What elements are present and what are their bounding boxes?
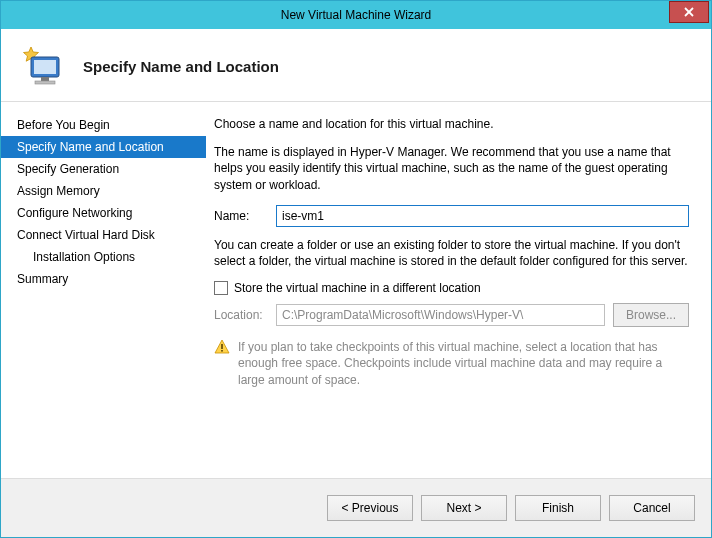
step-before-you-begin[interactable]: Before You Begin xyxy=(1,114,206,136)
next-button[interactable]: Next > xyxy=(421,495,507,521)
svg-rect-6 xyxy=(35,81,55,84)
body: Before You Begin Specify Name and Locati… xyxy=(1,101,711,479)
titlebar: New Virtual Machine Wizard xyxy=(1,1,711,29)
cancel-button[interactable]: Cancel xyxy=(609,495,695,521)
intro-text: Choose a name and location for this virt… xyxy=(214,116,689,132)
name-label: Name: xyxy=(214,209,268,223)
browse-button: Browse... xyxy=(613,303,689,327)
name-help-text: The name is displayed in Hyper-V Manager… xyxy=(214,144,689,193)
step-connect-vhd[interactable]: Connect Virtual Hard Disk xyxy=(1,224,206,246)
main-panel: Choose a name and location for this virt… xyxy=(206,102,711,478)
folder-help-text: You can create a folder or use an existi… xyxy=(214,237,689,269)
close-button[interactable] xyxy=(669,1,709,23)
store-location-checkbox[interactable] xyxy=(214,281,228,295)
step-configure-networking[interactable]: Configure Networking xyxy=(1,202,206,224)
step-specify-generation[interactable]: Specify Generation xyxy=(1,158,206,180)
svg-rect-5 xyxy=(41,77,49,81)
page-title: Specify Name and Location xyxy=(83,58,279,75)
step-summary[interactable]: Summary xyxy=(1,268,206,290)
window-controls xyxy=(669,1,711,23)
wizard-steps: Before You Begin Specify Name and Locati… xyxy=(1,102,206,478)
window-title: New Virtual Machine Wizard xyxy=(1,8,711,22)
step-assign-memory[interactable]: Assign Memory xyxy=(1,180,206,202)
wizard-window: New Virtual Machine Wizard Specify Name … xyxy=(0,0,712,538)
finish-button[interactable]: Finish xyxy=(515,495,601,521)
warning-text: If you plan to take checkpoints of this … xyxy=(238,339,689,388)
step-specify-name-location[interactable]: Specify Name and Location xyxy=(1,136,206,158)
store-location-row: Store the virtual machine in a different… xyxy=(214,281,689,295)
warning-icon xyxy=(214,339,230,355)
name-row: Name: xyxy=(214,205,689,227)
svg-rect-4 xyxy=(34,60,56,74)
store-location-label: Store the virtual machine in a different… xyxy=(234,281,481,295)
close-icon xyxy=(684,7,694,17)
svg-rect-9 xyxy=(221,350,223,352)
step-installation-options[interactable]: Installation Options xyxy=(1,246,206,268)
warning-row: If you plan to take checkpoints of this … xyxy=(214,339,689,388)
name-input[interactable] xyxy=(276,205,689,227)
location-input xyxy=(276,304,605,326)
footer: < Previous Next > Finish Cancel xyxy=(1,479,711,537)
svg-rect-8 xyxy=(221,344,223,349)
wizard-icon xyxy=(19,43,67,89)
location-row: Location: Browse... xyxy=(214,303,689,327)
previous-button[interactable]: < Previous xyxy=(327,495,413,521)
header: Specify Name and Location xyxy=(1,29,711,101)
location-label: Location: xyxy=(214,308,268,322)
